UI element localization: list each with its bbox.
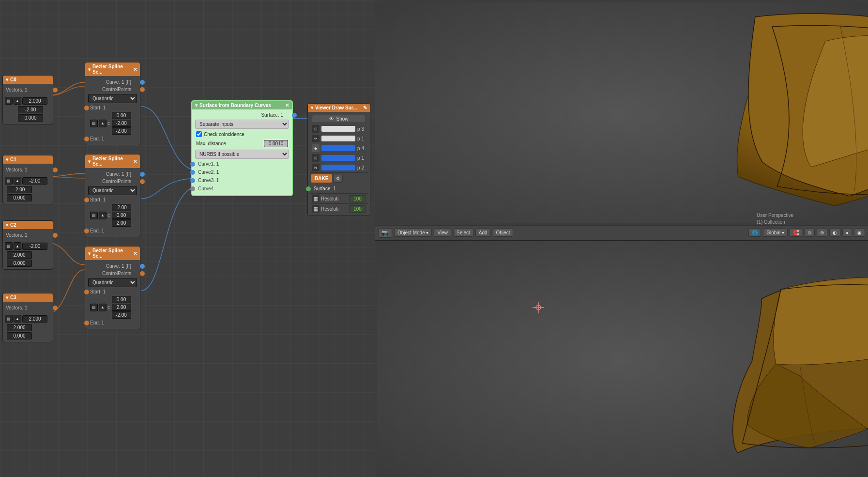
- bezier1-cz[interactable]: [112, 127, 131, 135]
- bezier1-menu-icon[interactable]: ✕: [133, 67, 137, 72]
- toolbar-render-icon[interactable]: 📷: [378, 228, 392, 238]
- c2-up-btn[interactable]: ▲: [14, 242, 21, 250]
- c3-collapse-icon[interactable]: ▾: [6, 295, 8, 300]
- c1-selector[interactable]: ▤: [5, 177, 13, 185]
- toolbar-material-preview[interactable]: ●: [842, 229, 852, 237]
- c3-vectors-socket[interactable]: [53, 306, 58, 310]
- c2-collapse-icon[interactable]: ▾: [6, 222, 8, 228]
- bezier2-mode-dropdown[interactable]: Quadratic: [88, 186, 137, 195]
- viewer-collapse-icon[interactable]: ▾: [311, 105, 313, 110]
- viewport-top[interactable]: [375, 0, 868, 225]
- viewer-surface-socket[interactable]: [306, 186, 311, 191]
- bezier3-end-input[interactable]: [84, 321, 89, 325]
- c0-vectors-socket[interactable]: [53, 88, 58, 92]
- bezier3-menu-icon[interactable]: ✕: [133, 251, 137, 256]
- bezier3-start-input[interactable]: [84, 290, 89, 294]
- viewer-menu-icon[interactable]: ✎: [363, 105, 367, 110]
- toolbar-view-menu[interactable]: View: [434, 229, 451, 237]
- surface-coincidence-checkbox[interactable]: [196, 131, 202, 137]
- bezier3-cy[interactable]: [112, 304, 131, 311]
- curve3-input-socket[interactable]: [190, 178, 195, 183]
- toolbar-global-dropdown[interactable]: Global ▾: [763, 229, 788, 237]
- toolbar-object-menu[interactable]: Object: [493, 229, 514, 237]
- viewer-res-input1[interactable]: [349, 195, 366, 202]
- bezier1-curve-output[interactable]: [140, 80, 145, 85]
- toolbar-snap-icon[interactable]: 🧲: [790, 229, 802, 237]
- curve4-input-socket[interactable]: [190, 186, 195, 191]
- bezier3-arrow[interactable]: ▲: [99, 304, 107, 311]
- bezier2-collapse-icon[interactable]: ▾: [88, 159, 91, 164]
- curve2-input-socket[interactable]: [190, 170, 195, 175]
- c2-vectors-socket[interactable]: [53, 233, 58, 238]
- curve1-input-socket[interactable]: [190, 162, 195, 167]
- c3-up-btn[interactable]: ▲: [14, 315, 21, 323]
- bezier3-selector[interactable]: ▤: [90, 304, 98, 311]
- c0-selector[interactable]: ▤: [5, 97, 13, 105]
- viewer-bake-settings-icon[interactable]: ⚙: [333, 175, 343, 183]
- bezier3-cp-output[interactable]: [140, 271, 145, 276]
- surface-max-dist-input[interactable]: [264, 140, 288, 147]
- bezier1-selector[interactable]: ▤: [90, 120, 98, 127]
- bezier3-cx[interactable]: [112, 296, 131, 303]
- viewport-bottom[interactable]: [375, 240, 868, 477]
- bezier2-curve-output[interactable]: [140, 172, 145, 177]
- toolbar-select-menu[interactable]: Select: [453, 229, 473, 237]
- bezier1-mode-dropdown[interactable]: Quadratic: [88, 94, 137, 103]
- c3-z-input[interactable]: [7, 332, 32, 339]
- c1-up-btn[interactable]: ▲: [14, 177, 21, 185]
- bezier1-arrow[interactable]: ▲: [99, 120, 107, 127]
- bezier1-collapse-icon[interactable]: ▾: [88, 67, 91, 72]
- bezier3-cz[interactable]: [112, 311, 131, 319]
- c2-z-input[interactable]: [7, 260, 32, 267]
- toolbar-rendered-preview[interactable]: ◉: [854, 229, 865, 237]
- surface-output-socket[interactable]: [292, 113, 297, 118]
- c2-x-input[interactable]: [22, 243, 47, 250]
- c0-z-input[interactable]: [18, 114, 43, 122]
- c0-up-btn[interactable]: ▲: [14, 97, 21, 105]
- c0-collapse-icon[interactable]: ▾: [6, 77, 8, 82]
- bezier3-collapse-icon[interactable]: ▾: [88, 251, 91, 256]
- toolbar-proportional-icon[interactable]: ⊙: [804, 229, 815, 237]
- bezier2-arrow[interactable]: ▲: [99, 212, 107, 219]
- bezier2-start-input[interactable]: [84, 198, 89, 202]
- c1-vectors-socket[interactable]: [53, 168, 58, 172]
- viewer-res-input2[interactable]: [349, 205, 366, 213]
- c3-selector[interactable]: ▤: [5, 315, 13, 323]
- bezier1-start-input[interactable]: [84, 106, 89, 110]
- surface-menu-icon[interactable]: ✕: [285, 103, 289, 108]
- toolbar-object-mode-dropdown[interactable]: Object Mode ▾: [394, 229, 432, 237]
- c3-y-input[interactable]: [7, 324, 32, 331]
- bezier2-cx[interactable]: [112, 204, 131, 211]
- toolbar-add-menu[interactable]: Add: [475, 229, 491, 237]
- c1-z-input[interactable]: [7, 194, 32, 201]
- c1-vectors-label: Vectors. 1: [5, 167, 28, 173]
- bezier1-cp-output[interactable]: [140, 87, 145, 92]
- viewer-show-button[interactable]: 👁Show: [312, 115, 366, 123]
- c0-x-input[interactable]: [22, 97, 47, 105]
- c0-y-input[interactable]: [18, 106, 43, 113]
- toolbar-transform-icon[interactable]: 🌐: [748, 229, 761, 237]
- bezier2-menu-icon[interactable]: ✕: [133, 159, 137, 164]
- c1-y-input[interactable]: [7, 186, 32, 193]
- bezier2-cy[interactable]: [112, 212, 131, 219]
- viewer-bake-button[interactable]: BAKE: [311, 174, 332, 183]
- c2-selector[interactable]: ▤: [5, 242, 13, 250]
- surface-collapse-icon[interactable]: ▾: [195, 103, 198, 108]
- bezier2-selector[interactable]: ▤: [90, 212, 98, 219]
- bezier3-curve-output[interactable]: [140, 264, 145, 269]
- toolbar-overlay-icon[interactable]: ⊕: [817, 229, 827, 237]
- c2-y-input[interactable]: [7, 251, 32, 259]
- bezier2-cp-output[interactable]: [140, 179, 145, 184]
- c3-x-input[interactable]: [22, 315, 47, 323]
- surface-algorithm-dropdown[interactable]: NURBS if possible: [195, 150, 289, 159]
- surface-mode-dropdown[interactable]: Separate inputs: [195, 120, 289, 129]
- c1-x-input[interactable]: [22, 177, 47, 185]
- c1-collapse-icon[interactable]: ▾: [6, 157, 8, 162]
- bezier1-cx[interactable]: [112, 112, 131, 119]
- bezier2-cz[interactable]: [112, 219, 131, 227]
- bezier1-end-input[interactable]: [84, 137, 89, 141]
- bezier1-cy[interactable]: [112, 120, 131, 127]
- bezier2-end-input[interactable]: [84, 229, 89, 233]
- bezier3-mode-dropdown[interactable]: Quadratic: [88, 278, 137, 287]
- toolbar-xray-icon[interactable]: ◐: [829, 229, 840, 237]
